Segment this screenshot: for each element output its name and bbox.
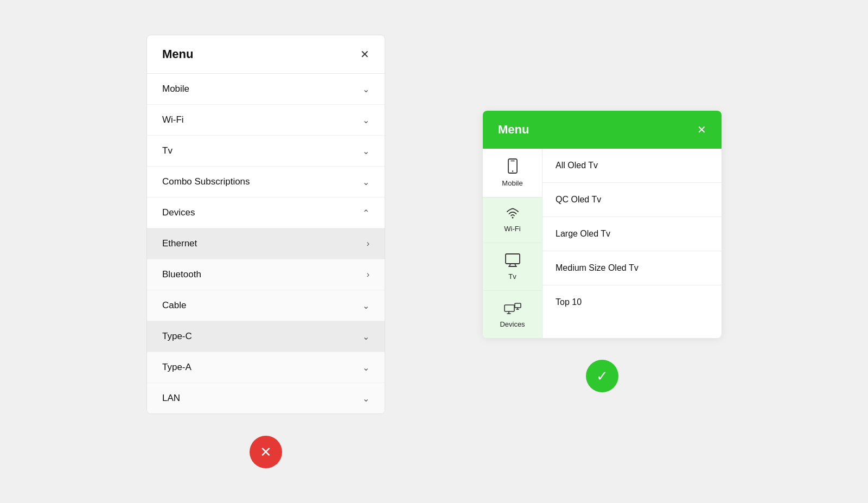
chevron-down-icon: ⌄ bbox=[362, 332, 369, 342]
left-item-wifi[interactable]: Wi-Fi ⌄ bbox=[147, 105, 385, 136]
sidebar-item-wifi[interactable]: Wi-Fi bbox=[483, 198, 542, 243]
svg-rect-8 bbox=[505, 305, 514, 311]
left-subitem-cable-label: Cable bbox=[162, 300, 186, 311]
chevron-down-icon: ⌄ bbox=[362, 362, 369, 373]
left-item-mobile[interactable]: Mobile ⌄ bbox=[147, 74, 385, 105]
left-item-devices-label: Devices bbox=[162, 207, 195, 218]
sidebar-item-tv[interactable]: Tv bbox=[483, 243, 542, 291]
right-two-col-layout: Mobile Wi-Fi bbox=[483, 149, 722, 338]
left-subitem-ethernet[interactable]: Ethernet › bbox=[147, 228, 385, 259]
right-menu-panel: Menu ✕ Mobile bbox=[483, 111, 722, 338]
left-item-mobile-label: Mobile bbox=[162, 84, 189, 94]
sidebar-item-mobile[interactable]: Mobile bbox=[483, 149, 542, 198]
left-action-button[interactable]: ✕ bbox=[250, 436, 282, 468]
left-subitem-lan[interactable]: LAN ⌄ bbox=[147, 383, 385, 413]
svg-rect-9 bbox=[515, 303, 521, 308]
checkmark-icon: ✓ bbox=[596, 368, 608, 385]
left-subitem-bluetooth-label: Bluetooth bbox=[162, 269, 201, 280]
chevron-down-icon: ⌄ bbox=[362, 393, 369, 404]
right-close-button[interactable]: ✕ bbox=[697, 124, 706, 135]
left-item-tv-label: Tv bbox=[162, 145, 173, 156]
left-item-tv[interactable]: Tv ⌄ bbox=[147, 136, 385, 167]
right-action-button[interactable]: ✓ bbox=[586, 360, 618, 392]
left-item-devices[interactable]: Devices ⌃ bbox=[147, 198, 385, 228]
left-subitem-bluetooth[interactable]: Bluetooth › bbox=[147, 259, 385, 290]
sidebar-item-devices[interactable]: Devices bbox=[483, 291, 542, 338]
chevron-down-icon: ⌄ bbox=[362, 301, 369, 311]
left-panel-container: Menu ✕ Mobile ⌄ Wi-Fi ⌄ Tv ⌄ Combo Subsc… bbox=[146, 35, 385, 468]
svg-point-1 bbox=[512, 170, 513, 171]
chevron-down-icon: ⌄ bbox=[362, 115, 369, 125]
right-menu-title: Menu bbox=[498, 123, 529, 137]
sidebar-item-tv-label: Tv bbox=[508, 272, 516, 281]
left-subitem-typea[interactable]: Type-A ⌄ bbox=[147, 352, 385, 383]
left-menu-title: Menu bbox=[162, 47, 193, 61]
content-item-top10[interactable]: Top 10 bbox=[542, 285, 722, 319]
left-item-combo-label: Combo Subscriptions bbox=[162, 176, 250, 187]
left-menu-header: Menu ✕ bbox=[147, 35, 385, 74]
chevron-up-icon: ⌃ bbox=[362, 208, 369, 218]
sidebar-item-wifi-label: Wi-Fi bbox=[504, 225, 520, 233]
sidebar-item-devices-label: Devices bbox=[500, 320, 525, 328]
left-item-wifi-label: Wi-Fi bbox=[162, 114, 184, 125]
content-item-qc-oled[interactable]: QC Oled Tv bbox=[542, 183, 722, 217]
right-panel-container: Menu ✕ Mobile bbox=[483, 111, 722, 392]
right-sidebar: Mobile Wi-Fi bbox=[483, 149, 542, 338]
svg-rect-4 bbox=[506, 254, 520, 264]
left-subitem-typec-label: Type-C bbox=[162, 331, 192, 342]
content-item-medium-oled-label: Medium Size Oled Tv bbox=[556, 263, 639, 273]
content-item-all-oled[interactable]: All Oled Tv bbox=[542, 149, 722, 183]
mobile-icon bbox=[507, 158, 519, 176]
tv-icon bbox=[505, 253, 521, 269]
left-subitem-typec[interactable]: Type-C ⌄ bbox=[147, 321, 385, 352]
chevron-right-icon: › bbox=[367, 239, 369, 249]
left-close-button[interactable]: ✕ bbox=[360, 49, 369, 60]
left-subitem-ethernet-label: Ethernet bbox=[162, 238, 197, 249]
content-item-medium-oled[interactable]: Medium Size Oled Tv bbox=[542, 251, 722, 285]
chevron-down-icon: ⌄ bbox=[362, 146, 369, 156]
chevron-down-icon: ⌄ bbox=[362, 177, 369, 187]
chevron-right-icon: › bbox=[367, 270, 369, 279]
wifi-icon bbox=[505, 207, 520, 221]
left-subitem-cable[interactable]: Cable ⌄ bbox=[147, 290, 385, 321]
svg-point-3 bbox=[512, 217, 513, 219]
content-item-large-oled[interactable]: Large Oled Tv bbox=[542, 217, 722, 251]
chevron-down-icon: ⌄ bbox=[362, 84, 369, 94]
right-menu-header: Menu ✕ bbox=[483, 111, 722, 149]
content-item-large-oled-label: Large Oled Tv bbox=[556, 229, 610, 239]
left-menu-panel: Menu ✕ Mobile ⌄ Wi-Fi ⌄ Tv ⌄ Combo Subsc… bbox=[146, 35, 385, 414]
sidebar-item-mobile-label: Mobile bbox=[502, 179, 522, 187]
devices-icon bbox=[504, 301, 521, 317]
left-subitem-lan-label: LAN bbox=[162, 393, 180, 404]
left-item-combo[interactable]: Combo Subscriptions ⌄ bbox=[147, 167, 385, 198]
right-content-col: All Oled Tv QC Oled Tv Large Oled Tv Med… bbox=[542, 149, 722, 338]
content-item-all-oled-label: All Oled Tv bbox=[556, 161, 598, 170]
content-item-top10-label: Top 10 bbox=[556, 297, 582, 307]
left-subitem-typea-label: Type-A bbox=[162, 362, 192, 373]
content-item-qc-oled-label: QC Oled Tv bbox=[556, 195, 601, 205]
x-icon: ✕ bbox=[260, 444, 272, 461]
